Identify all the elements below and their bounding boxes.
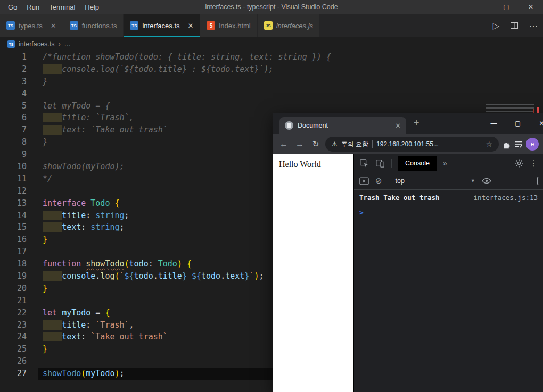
maximize-button[interactable]: ▢ — [506, 113, 530, 134]
breadcrumb-file[interactable]: interfaces.ts — [19, 40, 54, 48]
console-prompt[interactable]: > — [354, 205, 543, 220]
tab-interfaces-js[interactable]: JS interfaces.js — [258, 14, 320, 37]
tab-label: functions.ts — [82, 22, 117, 30]
code-line[interactable]: 3} — [0, 76, 543, 88]
eye-icon[interactable] — [482, 178, 491, 184]
screen: Go Run Terminal Help interfaces.ts - typ… — [0, 0, 543, 392]
code-text: } — [43, 343, 47, 355]
line-number: 4 — [0, 88, 27, 100]
line-number: 3 — [0, 76, 27, 88]
code-line[interactable]: 1/*function showTodo(todo: { title: stri… — [0, 51, 543, 63]
menu-run[interactable]: Run — [22, 3, 44, 11]
breadcrumb-sep: › — [58, 40, 60, 48]
menu-help[interactable]: Help — [80, 3, 104, 11]
minimize-button[interactable]: ─ — [470, 0, 494, 14]
filter-control-cutoff[interactable] — [537, 177, 543, 185]
close-icon[interactable]: ✕ — [395, 122, 401, 130]
code-text: } — [43, 136, 47, 148]
line-number: 6 — [0, 112, 27, 124]
gear-icon[interactable] — [515, 159, 523, 168]
line-number: 18 — [0, 258, 27, 270]
back-button[interactable]: ← — [277, 139, 290, 149]
line-number: 13 — [0, 197, 27, 210]
tab-functions-ts[interactable]: TS functions.ts — [63, 14, 124, 37]
address-bar[interactable]: ⚠ 주의 요함 192.168.200.101:55... ☆ — [325, 137, 499, 152]
web-page: Hello World — [273, 154, 353, 392]
profile-avatar[interactable]: e — [526, 138, 539, 151]
extension-list-icon[interactable] — [514, 140, 523, 148]
line-number: 12 — [0, 185, 27, 197]
breadcrumb-more[interactable]: … — [64, 40, 71, 48]
split-editor-icon[interactable] — [510, 21, 519, 30]
close-button[interactable]: ✕ — [519, 0, 543, 14]
reload-button[interactable]: ↻ — [309, 139, 322, 149]
code-line[interactable]: 2 console.log(`${todo.title} : ${todo.te… — [0, 63, 543, 76]
line-number: 21 — [0, 295, 27, 307]
close-button[interactable]: ✕ — [530, 113, 543, 134]
code-text: showTodo(myTodo); — [43, 161, 125, 173]
tab-label: interfaces.ts — [142, 22, 179, 30]
chrome-titlebar: Document ✕ + — ▢ ✕ — [273, 113, 543, 134]
code-line[interactable]: 5let myTodo = { — [0, 100, 543, 112]
code-text: title: `Trash`, — [43, 112, 134, 124]
line-number: 16 — [0, 233, 27, 246]
line-number: 20 — [0, 282, 27, 295]
tab-label: interfaces.js — [276, 22, 313, 30]
new-tab-button[interactable]: + — [414, 118, 419, 129]
close-icon[interactable]: ✕ — [51, 22, 56, 30]
line-number: 19 — [0, 270, 27, 282]
forward-button[interactable]: → — [293, 139, 306, 149]
code-text: /*function showTodo(todo: { title: strin… — [43, 51, 331, 63]
prompt-chevron-icon: > — [359, 208, 364, 216]
context-selector[interactable]: top ▼ — [396, 177, 475, 185]
minimize-button[interactable]: — — [482, 113, 506, 134]
tab-label: index.html — [219, 22, 250, 30]
tab-title: Document — [298, 122, 328, 129]
breadcrumb[interactable]: TS interfaces.ts › … — [0, 37, 543, 51]
menubar: Go Run Terminal Help — [0, 3, 104, 11]
console-source-link[interactable]: interfaces.js:13 — [468, 194, 538, 202]
line-number: 15 — [0, 221, 27, 233]
kebab-menu-icon[interactable]: ⋮ — [530, 159, 538, 168]
tab-index-html[interactable]: 5 index.html — [200, 14, 257, 37]
line-number: 22 — [0, 307, 27, 319]
line-number: 1 — [0, 51, 27, 63]
console-message: Trash Take out trash — [359, 194, 440, 202]
extensions-puzzle-icon[interactable] — [502, 140, 511, 149]
device-toolbar-icon[interactable] — [375, 159, 385, 168]
tab-types-ts[interactable]: TS types.ts ✕ — [0, 14, 63, 37]
menu-go[interactable]: Go — [3, 3, 22, 11]
line-number: 17 — [0, 246, 27, 258]
security-warning-text[interactable]: 주의 요함 — [341, 140, 368, 149]
more-tabs-icon[interactable]: » — [443, 159, 447, 168]
editor-actions: ▷ ⋯ — [493, 14, 538, 37]
more-actions-icon[interactable]: ⋯ — [529, 21, 538, 31]
maximize-button[interactable]: ▢ — [494, 0, 519, 14]
run-button[interactable]: ▷ — [493, 21, 499, 31]
line-number: 24 — [0, 331, 27, 343]
context-label: top — [396, 177, 405, 185]
console-sidebar-icon[interactable] — [359, 177, 369, 185]
vscode-titlebar: Go Run Terminal Help interfaces.ts - typ… — [0, 0, 543, 14]
code-text: let myTodo = { — [43, 307, 110, 319]
line-number: 25 — [0, 343, 27, 355]
menu-terminal[interactable]: Terminal — [44, 3, 80, 11]
code-text: title: `Trash`, — [43, 319, 134, 331]
tab-interfaces-ts[interactable]: TS interfaces.ts ✕ — [124, 14, 200, 37]
devtools-tab-console[interactable]: Console — [398, 156, 437, 171]
line-number: 9 — [0, 148, 27, 161]
bookmark-star-icon[interactable]: ☆ — [486, 140, 492, 148]
code-text: } — [43, 76, 47, 88]
editor-tabbar: TS types.ts ✕ TS functions.ts TS interfa… — [0, 14, 543, 37]
close-icon[interactable]: ✕ — [188, 22, 194, 30]
ts-icon: TS — [6, 21, 15, 30]
line-number: 27 — [0, 368, 27, 380]
security-warning-icon[interactable]: ⚠ — [332, 140, 338, 148]
line-number: 10 — [0, 161, 27, 173]
browser-tab-document[interactable]: Document ✕ — [279, 117, 406, 134]
inspect-element-icon[interactable] — [359, 159, 369, 168]
clear-console-icon[interactable]: ⊘ — [375, 176, 382, 186]
code-line[interactable]: 4 — [0, 88, 543, 100]
url-text[interactable]: 192.168.200.101:55... — [376, 140, 439, 148]
code-text: title: string; — [43, 210, 129, 222]
